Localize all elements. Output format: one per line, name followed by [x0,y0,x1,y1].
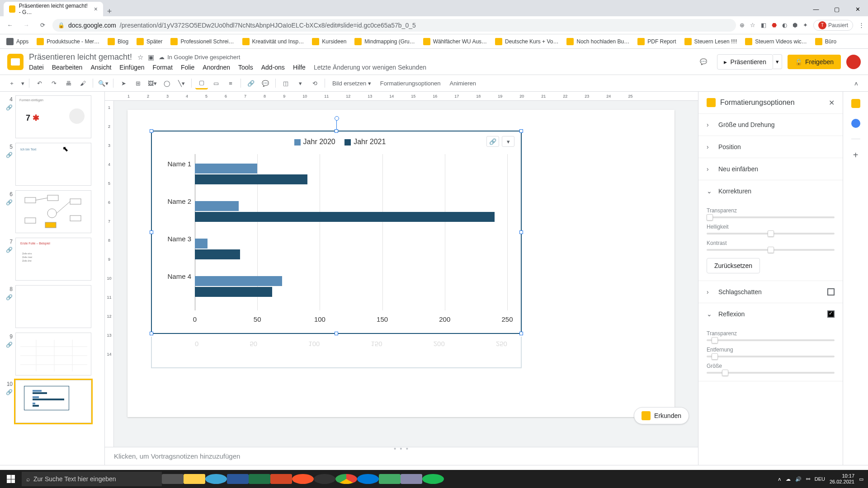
menu-einfuegen[interactable]: Einfügen [119,64,144,71]
menu-bearbeiten[interactable]: Bearbeiten [52,64,83,71]
language-indicator[interactable]: DEU [815,476,825,482]
menu-folie[interactable]: Folie [181,64,194,71]
refl-size-slider[interactable] [707,372,835,374]
section-position[interactable]: ›Position [698,136,843,158]
horizontal-ruler[interactable]: 1234567891011121314151617181920212223242… [105,92,698,101]
slide-thumb-8[interactable] [15,285,91,328]
tasks-icon[interactable] [851,119,860,128]
section-drop-shadow[interactable]: ›Schlagschatten [698,281,843,303]
reflection-checkbox[interactable] [827,310,835,318]
obs-icon[interactable] [314,470,335,488]
extension-icon-1[interactable]: ◧ [761,22,766,28]
paint-format-button[interactable]: 🖌 [76,77,89,89]
comments-icon[interactable]: 💬 [695,54,712,70]
replace-image-button[interactable]: Bild ersetzen ▾ [329,80,375,87]
keep-icon[interactable] [851,99,860,108]
border-weight[interactable]: ≡ [224,77,237,89]
transparency-slider[interactable] [707,216,835,218]
volume-icon[interactable]: 🔊 [795,476,802,482]
link-button[interactable]: 🔗 [245,77,257,89]
app-icon[interactable] [379,470,401,488]
browser-menu-icon[interactable]: ⋮ [859,22,864,28]
chart-image[interactable]: 🔗 ▾ Jahr 2020 Jahr 2021 [151,131,522,334]
taskbar-search[interactable]: ⌕Zur Suche Text hier eingeben [22,472,162,486]
doc-title[interactable]: Präsentieren leicht gemacht! [29,52,132,62]
slide-thumb-5[interactable]: Ich bin Text [15,143,91,186]
forward-button[interactable]: → [20,19,33,32]
vertical-ruler[interactable]: 1234567891011121314 [105,101,114,447]
bookmark-item[interactable]: Büro [812,36,839,47]
notifications-icon[interactable]: ▭ [859,476,863,482]
image-tool[interactable]: 🖼▾ [146,77,159,89]
edge2-icon[interactable] [357,470,379,488]
maximize-button[interactable]: ▢ [826,2,847,16]
chart-menu-icon[interactable]: ▾ [502,136,514,147]
back-button[interactable]: ← [4,19,16,32]
bookmark-item[interactable]: Blog [105,36,131,47]
section-corrections[interactable]: ⌄Korrekturen [698,180,843,202]
spotify-icon[interactable] [422,470,444,488]
bookmark-item[interactable]: Professionell Schrei… [168,36,236,47]
slide-canvas[interactable]: 🔗 ▾ Jahr 2020 Jahr 2021 [127,110,675,417]
minimize-button[interactable]: — [806,2,826,16]
slide-thumb-9[interactable] [15,333,91,375]
present-button[interactable]: ▸Präsentieren [717,54,773,70]
resize-handle[interactable] [150,230,153,234]
bookmark-item[interactable]: Kursideen [309,36,349,47]
app-icon[interactable] [401,470,422,488]
refl-distance-slider[interactable] [707,356,835,357]
rotate-handle[interactable] [335,116,339,121]
chart-link-icon[interactable]: 🔗 [486,136,499,147]
animate-button[interactable]: Animieren [446,80,480,87]
powerpoint-icon[interactable] [270,470,292,488]
mask-button[interactable]: ▾ [294,77,307,89]
bookmark-item[interactable]: Steuern Videos wic… [742,36,810,47]
extension-icon-4[interactable]: ⬢ [793,22,797,28]
star-doc-icon[interactable]: ☆ [137,53,143,61]
bookmark-item[interactable]: PDF Report [635,36,679,47]
textbox-tool[interactable]: ⊞ [132,77,144,89]
border-color[interactable]: ▭ [210,77,222,89]
new-slide-button[interactable]: + [5,77,18,89]
clock[interactable]: 10:1726.02.2021 [830,473,854,485]
filmstrip[interactable]: 4🔗Formen einfügen7 ✱ 5🔗Ich bin Text 6🔗 7… [0,92,105,465]
add-addon-icon[interactable]: + [853,150,859,160]
bookmark-item[interactable]: Deutsche Kurs + Vo… [492,36,561,47]
zoom-icon[interactable]: ⊕ [740,22,745,28]
slide-thumb-7[interactable]: Erste Folie – BeispielZeile einsZeile zw… [15,238,91,281]
section-reflection[interactable]: ⌄Reflexion [698,303,843,325]
menu-hilfe[interactable]: Hilfe [293,64,306,71]
slide-thumb-10[interactable] [15,380,91,423]
format-options-button[interactable]: Formatierungsoptionen [377,80,444,87]
present-dropdown[interactable]: ▾ [773,54,782,69]
share-button[interactable]: 🔒Freigeben [788,55,841,69]
chrome-icon[interactable] [335,470,357,488]
last-edit-text[interactable]: Letzte Änderung vor wenigen Sekunden [314,64,426,71]
resize-handle[interactable] [335,332,338,335]
line-tool[interactable]: ╲▾ [175,77,188,89]
resize-handle[interactable] [519,230,523,234]
crop-button[interactable]: ◫ [279,77,292,89]
fill-color[interactable]: ▢ [195,77,208,89]
close-window-button[interactable]: ✕ [847,2,868,16]
select-tool[interactable]: ➤ [117,77,130,89]
resize-handle[interactable] [519,129,523,133]
redo-button[interactable]: ↷ [47,77,60,89]
speaker-notes[interactable]: • • • Klicken, um Vortragsnotizen hinzuz… [105,447,698,465]
resize-handle[interactable] [519,332,523,335]
menu-addons[interactable]: Add-ons [261,64,285,71]
excel-icon[interactable] [249,470,270,488]
extensions-menu-icon[interactable]: ✦ [803,22,808,28]
print-button[interactable]: 🖶 [62,77,75,89]
comment-button[interactable]: 💬 [259,77,272,89]
slides-logo-icon[interactable] [7,54,24,70]
menu-format[interactable]: Format [153,64,173,71]
menu-tools[interactable]: Tools [238,64,253,71]
collapse-toolbar-button[interactable]: ʌ [850,77,863,89]
bookmark-item[interactable]: Produktsuche - Mer… [34,36,102,47]
user-avatar[interactable] [846,55,861,69]
bookmark-apps[interactable]: Apps [4,36,31,47]
bookmark-item[interactable]: Später [134,36,165,47]
task-view-icon[interactable] [162,470,184,488]
wifi-icon[interactable]: ⚯ [806,476,810,482]
